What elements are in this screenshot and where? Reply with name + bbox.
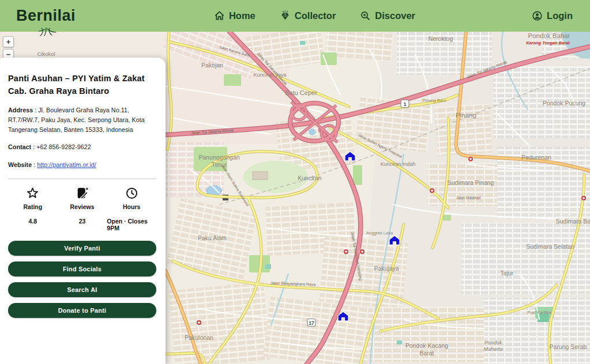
find-socials-button[interactable]: Find Socials [8,261,156,276]
map-place-label: Pondok [484,340,502,346]
map-place-label: Neroktog [429,35,453,42]
login-button[interactable]: Login [532,10,573,21]
nav-item-collector[interactable]: Collector [280,10,336,21]
poi-marker[interactable] [581,195,586,200]
poi-marker[interactable] [468,156,473,161]
svg-text:1: 1 [404,101,407,107]
stat-label: Reviews [70,203,94,210]
stat-value: 4.8 [29,218,37,225]
map-place-label: Parung Serab [550,343,587,350]
map-zoom-in-button[interactable]: + [3,36,14,47]
map-place-label: Pedurenan [521,154,551,161]
map-place-label: Batu Ceper [285,89,317,96]
stats-row: Rating 4.8 Reviews 23 Hours Open · Close… [8,186,156,232]
map-place-label: Pondok Pucung [543,100,585,107]
stat-reviews: Reviews 23 [58,186,107,232]
star-icon [25,186,40,200]
poi-marker[interactable] [343,249,348,254]
nav-right: Login [457,10,590,21]
map-place-label: Cikokol [37,51,55,57]
action-buttons: Verify Panti Find Socials Search AI Dona… [8,241,156,318]
map-place-label: Kunciran [298,175,322,181]
map-place-label: Puri Kartika [527,310,551,315]
panti-detail-card: Panti Asuhan – PYI Yatim & Zakat Cab. Gr… [0,58,166,364]
clock-icon [125,186,139,200]
separator: : [33,107,38,113]
map-place-label: Sudimara Selatan [526,243,574,250]
map-place-label: Anggrek Loka [366,230,393,236]
stat-rating: Rating 4.8 [8,186,58,232]
stat-value: Open · Closes 9PM [107,218,156,232]
panti-website: Website : http://pantiyatim.or.id/ [8,160,156,170]
map-place-label: Timur [212,161,227,168]
poi-marker[interactable] [359,249,364,254]
divider [8,179,156,179]
map-place-label: Paku Alam [198,234,227,241]
svg-text:17: 17 [309,320,314,326]
stat-value: 23 [79,218,86,225]
stat-hours: Hours Open · Closes 9PM [107,186,156,232]
nav-item-label: Home [229,10,255,21]
roots-icon [38,28,58,37]
stat-label: Rating [24,203,43,210]
nav-item-discover[interactable]: Discover [360,10,415,21]
reviews-icon [75,186,89,200]
login-label: Login [547,10,573,21]
map-place-label: Pakulonan [185,334,213,341]
nav-item-label: Discover [375,10,415,21]
brand-name: Bernilai [16,7,76,24]
map-place-label: Pakujaya [374,265,399,272]
map-place-label: Sudimara Pinang [448,179,494,186]
verify-panti-button[interactable]: Verify Panti [8,241,156,256]
map-zoom-controls: + − [3,36,14,60]
poi-marker[interactable] [196,320,201,325]
navbar: Bernilai Home Collector [0,0,590,32]
separator: : [31,143,36,150]
gem-icon [280,10,291,21]
panti-address: Address : Jl. Boulevard Graha Raya No.11… [8,105,156,135]
contact-label: Contact [8,143,31,150]
map-place-label: Barat [419,350,434,357]
route-shield: 1 [401,100,409,108]
map-place-label: Karang Tengah Barat [526,40,570,46]
map-place-label: Pinang Baru [422,98,446,103]
stat-label: Hours [123,203,140,210]
panti-contact: Contact : +62 856-9282-9622 [8,142,156,152]
map-place-label: Panunggangan [198,154,239,161]
app-root: Jalan Tol Jakarta-MerakJalan Tol Jakarta… [0,0,590,364]
website-label: Website [8,161,32,168]
user-icon [532,10,543,21]
map-place-label: Maharta [483,346,502,352]
nav-menu: Home Collector Discover [172,10,457,21]
search-ai-button[interactable]: Search AI [8,282,156,297]
website-link[interactable]: http://pantiyatim.or.id/ [37,161,96,168]
map-road-label: Jalan Matahari [456,196,481,200]
route-shield: 17 [307,319,315,327]
address-label: Address [8,107,33,113]
map-place-label: Pinang [456,112,476,119]
map-place-label: Pondok Kacang [405,342,448,349]
map-place-label: Sudimara Barat [556,218,590,225]
map-place-label: Kunciran Indah [381,161,416,167]
map-place-label: Pondok Bahar [528,32,570,39]
map-place-label: Kunciran Jaya [253,72,286,78]
map-place-label: Pakojan [201,62,223,69]
nav-item-label: Collector [295,10,336,21]
map-place-label: Tajur [501,270,514,276]
brand-logo[interactable]: Bernilai [0,7,172,25]
nav-item-home[interactable]: Home [214,10,255,21]
search-plus-icon [360,10,371,21]
donate-button[interactable]: Donate to Panti [8,303,156,318]
home-icon [214,10,225,21]
panti-title: Panti Asuhan – PYI Yatim & Zakat Cab. Gr… [8,73,156,98]
poi-marker[interactable] [429,188,434,193]
separator: : [32,161,37,168]
contact-value: +62 856-9282-9622 [36,143,91,150]
